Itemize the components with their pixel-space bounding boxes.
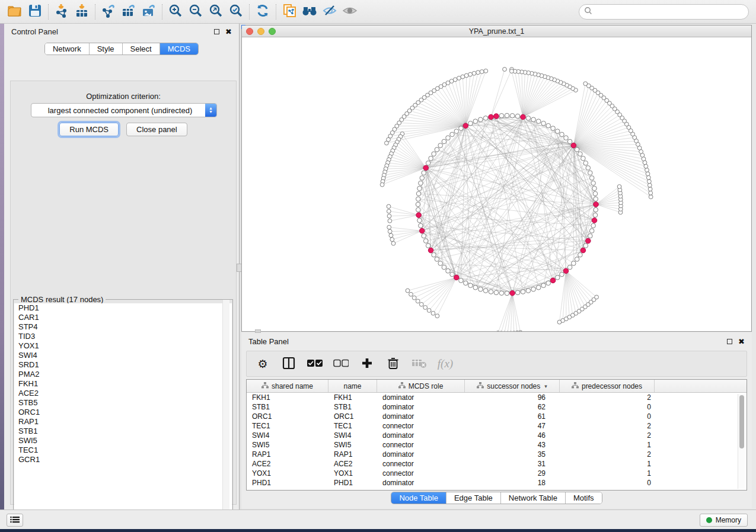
tab-select[interactable]: Select bbox=[122, 43, 160, 55]
delete-column-button[interactable] bbox=[384, 354, 402, 373]
table-row[interactable]: STB1STB1dominator620 bbox=[247, 402, 747, 412]
table-row[interactable]: ORC1ORC1dominator610 bbox=[247, 412, 747, 421]
search-network-button[interactable] bbox=[299, 2, 320, 21]
table-cell: PHD1 bbox=[247, 478, 328, 488]
duplicate-network-button[interactable] bbox=[279, 2, 299, 21]
table-scrollbar[interactable] bbox=[738, 394, 745, 489]
add-column-button[interactable] bbox=[358, 354, 376, 373]
task-history-button[interactable] bbox=[7, 514, 23, 527]
mcds-result-item[interactable]: FKH1 bbox=[14, 379, 232, 389]
zoom-selected-button[interactable] bbox=[226, 2, 246, 21]
duplicate-pages-icon bbox=[282, 3, 297, 20]
close-panel-icon[interactable]: ✖ bbox=[225, 28, 232, 36]
zoom-in-button[interactable] bbox=[165, 2, 186, 21]
mcds-result-list[interactable]: PHD1CAR1STP4TID3YOX1SWI4SRD1PMA2FKH1ACE2… bbox=[14, 303, 232, 518]
satellite-node bbox=[385, 141, 389, 145]
export-image-button[interactable] bbox=[139, 2, 159, 21]
save-session-button[interactable] bbox=[25, 2, 45, 21]
search-input[interactable] bbox=[595, 8, 744, 16]
satellite-node bbox=[391, 242, 395, 246]
table-row[interactable]: TEC1TEC1connector472 bbox=[247, 421, 747, 431]
table-cell: dominator bbox=[377, 431, 465, 440]
table-row[interactable]: YOX1YOX1connector291 bbox=[247, 469, 747, 478]
mcds-result-item[interactable]: CAR1 bbox=[14, 313, 232, 322]
select-all-button[interactable] bbox=[306, 354, 324, 373]
table-body[interactable]: FKH1FKH1dominator962STB1STB1dominator620… bbox=[247, 393, 747, 488]
table-row[interactable]: FKH1FKH1dominator962 bbox=[247, 393, 747, 402]
table-tab-edge-table[interactable]: Edge Table bbox=[446, 492, 500, 504]
mcds-result-item[interactable]: STB5 bbox=[14, 398, 232, 408]
network-search-field[interactable] bbox=[579, 4, 749, 20]
optimization-criterion-dropdown[interactable]: largest connected component (undirected)… bbox=[31, 103, 217, 117]
scrollbar-thumb[interactable] bbox=[739, 395, 744, 448]
export-network-button[interactable] bbox=[98, 2, 119, 21]
column-header-MCDS-role[interactable]: MCDS role bbox=[377, 380, 465, 392]
mcds-result-item[interactable]: RAP1 bbox=[14, 417, 232, 427]
mcds-result-item[interactable]: STB1 bbox=[14, 427, 232, 436]
column-header-shared-name[interactable]: shared name bbox=[247, 380, 328, 392]
tab-mcds[interactable]: MCDS bbox=[160, 43, 198, 55]
float-panel-icon[interactable] bbox=[214, 29, 219, 34]
column-header-successor-nodes[interactable]: successor nodes▾ bbox=[465, 380, 560, 392]
hide-selected-button[interactable] bbox=[320, 2, 340, 21]
refresh-layout-button[interactable] bbox=[253, 2, 273, 21]
mcds-result-item[interactable]: PMA2 bbox=[14, 370, 232, 379]
mcds-result-item[interactable]: TEC1 bbox=[14, 446, 232, 455]
table-row[interactable]: PHD1PHD1dominator180 bbox=[247, 478, 747, 488]
table-cell: 2 bbox=[560, 450, 655, 459]
mcds-result-item[interactable]: PHD1 bbox=[14, 303, 232, 313]
table-cell: STB1 bbox=[247, 402, 328, 412]
fx-icon: f(x) bbox=[438, 357, 453, 370]
tab-style[interactable]: Style bbox=[89, 43, 122, 55]
import-network-button[interactable] bbox=[52, 2, 72, 21]
import-table-button[interactable] bbox=[72, 2, 92, 21]
table-tab-motifs[interactable]: Motifs bbox=[565, 492, 602, 504]
table-row[interactable]: RAP1RAP1dominator352 bbox=[247, 450, 747, 459]
float-table-panel-icon[interactable] bbox=[727, 339, 732, 344]
run-mcds-button[interactable]: Run MCDS bbox=[59, 123, 119, 136]
mcds-result-item[interactable]: ORC1 bbox=[14, 408, 232, 417]
zoom-in-icon bbox=[168, 3, 183, 20]
table-options-button[interactable]: ⚙ bbox=[254, 354, 272, 373]
table-row[interactable]: ACE2ACE2connector311 bbox=[247, 459, 747, 469]
mcds-result-item[interactable]: TID3 bbox=[14, 332, 232, 341]
zoom-fit-button[interactable] bbox=[206, 2, 226, 21]
deselect-all-button[interactable] bbox=[332, 354, 350, 373]
mcds-result-item[interactable]: SRD1 bbox=[14, 360, 232, 370]
ring-node bbox=[526, 289, 531, 293]
table-tab-node-table[interactable]: Node Table bbox=[391, 492, 446, 504]
table-tab-network-table[interactable]: Network Table bbox=[500, 492, 565, 504]
column-header-predecessor-nodes[interactable]: predecessor nodes bbox=[560, 380, 655, 392]
show-hidden-button[interactable] bbox=[340, 2, 360, 21]
mcds-result-item[interactable]: STP4 bbox=[14, 322, 232, 332]
mcds-result-item[interactable]: GCR1 bbox=[14, 455, 232, 464]
table-cell: connector bbox=[377, 469, 465, 478]
network-window-titlebar[interactable]: YPA_prune.txt_1 bbox=[242, 25, 751, 37]
mcds-result-item[interactable]: ACE2 bbox=[14, 389, 232, 398]
network-canvas[interactable] bbox=[242, 37, 751, 331]
close-panel-button[interactable]: Close panel bbox=[126, 123, 187, 136]
zoom-out-button[interactable] bbox=[186, 2, 206, 21]
memory-button[interactable]: Memory bbox=[700, 514, 748, 527]
table-row[interactable]: SWI5SWI5connector431 bbox=[247, 440, 747, 450]
tab-network[interactable]: Network bbox=[45, 43, 89, 55]
ring-node bbox=[505, 113, 509, 118]
table-row[interactable]: SWI4SWI4dominator462 bbox=[247, 431, 747, 440]
close-table-panel-icon[interactable]: ✖ bbox=[738, 338, 745, 345]
table-cell: 43 bbox=[465, 440, 560, 450]
mcds-list-scrollbar[interactable] bbox=[222, 300, 229, 515]
mcds-result-item[interactable]: SWI4 bbox=[14, 351, 232, 360]
ring-node bbox=[435, 148, 439, 152]
open-folder-icon bbox=[7, 3, 23, 20]
mcds-result-item[interactable]: SWI5 bbox=[14, 436, 232, 446]
open-file-button[interactable] bbox=[5, 2, 25, 21]
ring-node bbox=[446, 136, 451, 140]
show-columns-button[interactable] bbox=[280, 354, 298, 373]
dominator-node bbox=[420, 228, 425, 233]
ring-node bbox=[499, 291, 504, 296]
export-table-button[interactable] bbox=[119, 2, 139, 21]
column-header-name[interactable]: name bbox=[328, 380, 377, 392]
dominator-node bbox=[586, 238, 591, 243]
mcds-result-item[interactable]: YOX1 bbox=[14, 341, 232, 351]
table-cell: 29 bbox=[465, 469, 560, 478]
